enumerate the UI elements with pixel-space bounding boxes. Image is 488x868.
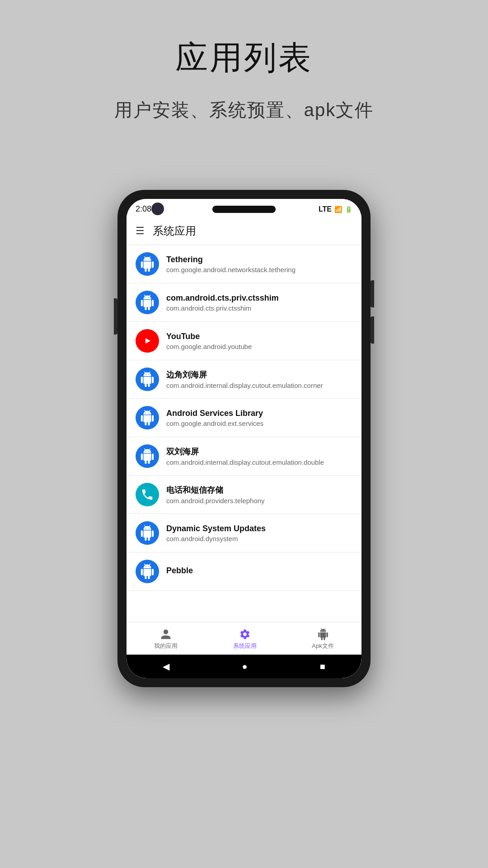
list-item[interactable]: 电话和短信存储 com.android.providers.telephony — [127, 476, 361, 514]
nav-label-my-apps: 我的应用 — [154, 642, 178, 650]
app-name: 电话和短信存储 — [166, 485, 352, 495]
phone-wrapper: 2:08 ⚙ ⬡ A ▣ LTE 📶 🔋 ☰ 系统应用 — [117, 190, 371, 687]
app-package: com.google.android.youtube — [166, 343, 352, 350]
bottom-nav: 我的应用 系统应用 Apk文件 — [127, 622, 361, 655]
page-header: 应用列表 用户安装、系统预置、apk文件 — [0, 0, 488, 123]
list-item[interactable]: 双刘海屏 com.android.internal.display.cutout… — [127, 437, 361, 476]
person-icon — [160, 628, 172, 640]
recent-button[interactable]: ■ — [320, 661, 325, 672]
app-package: com.android.internal.display.cutout.emul… — [166, 458, 352, 466]
app-info: YouTube com.google.android.youtube — [166, 332, 352, 350]
phone-button-power — [114, 298, 117, 335]
app-name: Android Services Library — [166, 409, 352, 418]
list-item[interactable]: YouTube com.google.android.youtube — [127, 322, 361, 360]
app-name: Pebble — [166, 566, 352, 576]
app-icon-services — [136, 406, 159, 429]
app-list[interactable]: Tethering com.google.android.networkstac… — [127, 245, 361, 622]
phone-frame: 2:08 ⚙ ⬡ A ▣ LTE 📶 🔋 ☰ 系统应用 — [117, 190, 371, 687]
app-icon-corner — [136, 368, 159, 391]
system-nav: ◀ ● ■ — [127, 655, 361, 678]
app-icon-double — [136, 444, 159, 468]
nav-item-apk[interactable]: Apk文件 — [303, 627, 343, 652]
signal-icon: 📶 — [334, 206, 342, 213]
app-package: com.google.android.networkstack.tetherin… — [166, 266, 352, 274]
phone-speaker — [212, 206, 276, 213]
app-info: Tethering com.google.android.networkstac… — [166, 255, 352, 274]
android-nav-icon — [317, 628, 329, 640]
app-icon-tethering — [136, 252, 159, 276]
page-subtitle: 用户安装、系统预置、apk文件 — [0, 98, 488, 123]
battery-icon: 🔋 — [345, 206, 352, 213]
app-icon-youtube — [136, 329, 159, 353]
app-name: YouTube — [166, 332, 352, 341]
nav-item-my-apps[interactable]: 我的应用 — [145, 627, 187, 652]
app-name: Tethering — [166, 255, 352, 264]
back-button[interactable]: ◀ — [163, 661, 169, 672]
app-package: com.google.android.ext.services — [166, 420, 352, 427]
hamburger-button[interactable]: ☰ — [136, 225, 145, 237]
app-info: com.android.cts.priv.ctsshim com.android… — [166, 293, 352, 312]
page-title: 应用列表 — [0, 36, 488, 80]
list-item[interactable]: Android Services Library com.google.andr… — [127, 399, 361, 437]
app-name: Dynamic System Updates — [166, 524, 352, 533]
home-button[interactable]: ● — [242, 661, 247, 672]
app-name: 双刘海屏 — [166, 446, 352, 457]
nav-item-system-apps[interactable]: 系统应用 — [224, 627, 266, 652]
app-info: Android Services Library com.google.andr… — [166, 409, 352, 427]
phone-screen: 2:08 ⚙ ⬡ A ▣ LTE 📶 🔋 ☰ 系统应用 — [127, 199, 361, 678]
app-icon-telephony — [136, 483, 159, 506]
app-info: 边角刘海屏 com.android.internal.display.cutou… — [166, 369, 352, 389]
app-toolbar: ☰ 系统应用 — [127, 217, 361, 245]
phone-button-vol1 — [371, 280, 374, 307]
app-info: 双刘海屏 com.android.internal.display.cutout… — [166, 446, 352, 466]
app-info: 电话和短信存储 com.android.providers.telephony — [166, 485, 352, 505]
app-package: com.android.providers.telephony — [166, 497, 352, 505]
status-right: LTE 📶 🔋 — [319, 205, 352, 213]
gear-nav-icon — [239, 628, 251, 640]
list-item[interactable]: Pebble — [127, 552, 361, 591]
app-name: 边角刘海屏 — [166, 369, 352, 380]
app-icon-ctsshim — [136, 291, 159, 314]
list-item[interactable]: Tethering com.google.android.networkstac… — [127, 245, 361, 283]
toolbar-title: 系统应用 — [153, 224, 196, 238]
app-info: Dynamic System Updates com.android.dynsy… — [166, 524, 352, 542]
list-item[interactable]: com.android.cts.priv.ctsshim com.android… — [127, 283, 361, 322]
phone-button-vol2 — [371, 316, 374, 344]
status-time: 2:08 — [136, 204, 151, 214]
list-item[interactable]: Dynamic System Updates com.android.dynsy… — [127, 514, 361, 552]
app-icon-pebble — [136, 560, 159, 583]
app-package: com.android.dynsystem — [166, 535, 352, 542]
phone-camera — [151, 203, 164, 215]
app-package: com.android.cts.priv.ctsshim — [166, 304, 352, 312]
app-icon-dynsystem — [136, 521, 159, 545]
app-name: com.android.cts.priv.ctsshim — [166, 293, 352, 303]
nav-label-apk: Apk文件 — [312, 642, 333, 650]
app-info: Pebble — [166, 566, 352, 577]
app-package: com.android.internal.display.cutout.emul… — [166, 382, 352, 389]
list-item[interactable]: 边角刘海屏 com.android.internal.display.cutou… — [127, 360, 361, 399]
nav-label-system-apps: 系统应用 — [233, 642, 257, 650]
lte-label: LTE — [319, 205, 332, 213]
